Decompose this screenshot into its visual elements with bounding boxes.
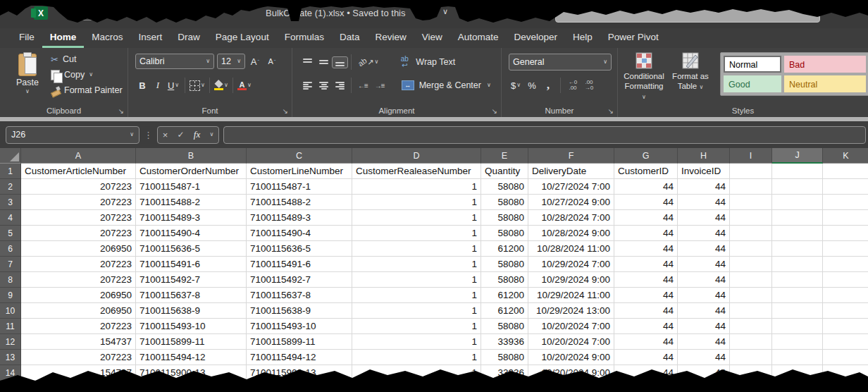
column-header-I[interactable]: I <box>730 148 772 164</box>
row-header-2[interactable]: 2 <box>0 179 21 195</box>
cell-J13[interactable] <box>772 350 823 365</box>
wrap-text-button[interactable]: ab ↩ Wrap Text <box>395 54 459 71</box>
name-box[interactable]: J26 ∨ <box>6 126 140 144</box>
cell-D1[interactable]: CustomerRealeaseNumber <box>352 164 481 179</box>
cell-C8[interactable]: 7100115492-7 <box>247 272 352 288</box>
row-header-14[interactable]: 14 <box>0 365 21 381</box>
cell-K8[interactable] <box>823 272 868 288</box>
cell-A4[interactable]: 207223 <box>21 210 136 226</box>
cell-E13[interactable]: 58080 <box>481 350 528 365</box>
cell-J5[interactable] <box>772 226 823 241</box>
menu-tab-file[interactable]: File <box>11 28 42 48</box>
cell-K1[interactable] <box>823 164 868 179</box>
cell-D3[interactable]: 1 <box>352 195 481 210</box>
row-header-12[interactable]: 12 <box>0 334 21 350</box>
cell-K4[interactable] <box>823 210 868 226</box>
cell-C10[interactable]: 7100115638-9 <box>247 303 352 319</box>
cell-G12[interactable]: 44 <box>614 334 678 350</box>
cell-J6[interactable] <box>772 241 823 257</box>
merge-center-button[interactable]: ↔ Merge & Center ∨ <box>398 78 495 92</box>
cell-style-good[interactable]: Good <box>724 75 781 92</box>
font-size-combo[interactable]: 12 ∨ <box>217 54 245 69</box>
cell-D5[interactable]: 1 <box>352 226 481 241</box>
increase-indent-button[interactable]: →≡ <box>371 80 388 92</box>
cell-C1[interactable]: CustomerLineNumber <box>247 164 352 179</box>
cell-A6[interactable]: 206950 <box>21 241 136 257</box>
cell-K6[interactable] <box>823 241 868 257</box>
decrease-decimal-button[interactable]: .00→0 <box>582 78 596 92</box>
cell-K12[interactable] <box>823 334 868 350</box>
alignment-dialog-launcher[interactable]: ↘ <box>492 107 497 115</box>
cell-J1[interactable] <box>772 164 823 179</box>
cell-J3[interactable] <box>772 195 823 210</box>
row-header-13[interactable]: 13 <box>0 350 21 365</box>
number-dialog-launcher[interactable]: ↘ <box>608 107 614 115</box>
cell-C9[interactable]: 7100115637-8 <box>247 288 352 303</box>
cell-A12[interactable]: 154737 <box>21 334 136 350</box>
cell-H2[interactable]: 44 <box>678 179 730 195</box>
cell-A13[interactable]: 207223 <box>21 350 136 365</box>
decrease-indent-button[interactable]: ←≡ <box>354 80 371 92</box>
cell-I14[interactable] <box>730 365 772 381</box>
cell-F6[interactable]: 10/28/2024 11:00 <box>528 241 614 257</box>
cell-F13[interactable]: 10/20/2024 9:00 <box>528 350 614 365</box>
cell-K14[interactable] <box>823 365 868 381</box>
cell-H13[interactable]: 44 <box>678 350 730 365</box>
menu-tab-insert[interactable]: Insert <box>131 28 170 48</box>
row-header-3[interactable]: 3 <box>0 195 21 210</box>
cell-H8[interactable]: 44 <box>678 272 730 288</box>
cell-D6[interactable]: 1 <box>352 241 481 257</box>
cell-F14[interactable]: 10/20/2024 9:00 <box>528 365 614 381</box>
cell-A9[interactable]: 206950 <box>21 288 136 303</box>
cell-G14[interactable]: 44 <box>614 365 678 381</box>
cell-G10[interactable]: 44 <box>614 303 678 319</box>
column-header-C[interactable]: C <box>247 148 352 164</box>
cell-A11[interactable]: 207223 <box>21 319 136 334</box>
cell-H6[interactable]: 44 <box>678 241 730 257</box>
insert-function-icon[interactable]: fx <box>194 129 200 140</box>
cell-I11[interactable] <box>730 319 772 334</box>
decrease-font-size-button[interactable]: Aˇ <box>265 54 279 68</box>
cell-C11[interactable]: 7100115493-10 <box>247 319 352 334</box>
percent-format-button[interactable]: % <box>525 78 539 92</box>
number-format-combo[interactable]: General ∨ <box>509 54 612 71</box>
cell-F3[interactable]: 10/27/2024 9:00 <box>528 195 614 210</box>
bottom-align-button[interactable] <box>332 56 348 68</box>
cell-F7[interactable]: 10/29/2024 7:00 <box>528 257 614 272</box>
underline-button[interactable]: U ∨ <box>166 78 180 92</box>
cell-B7[interactable]: 7100115491-6 <box>136 257 247 272</box>
cell-style-bad[interactable]: Bad <box>784 56 866 73</box>
cell-G7[interactable]: 44 <box>614 257 678 272</box>
cell-G5[interactable]: 44 <box>614 226 678 241</box>
cell-K11[interactable] <box>823 319 868 334</box>
cell-H7[interactable]: 44 <box>678 257 730 272</box>
font-name-combo[interactable]: Calibri ∨ <box>135 54 214 69</box>
row-header-10[interactable]: 10 <box>0 303 21 319</box>
cell-H3[interactable]: 44 <box>678 195 730 210</box>
cell-J14[interactable] <box>772 365 823 381</box>
cell-A14[interactable]: 154737 <box>21 365 136 381</box>
cell-B13[interactable]: 7100115494-12 <box>136 350 247 365</box>
cell-style-neutral[interactable]: Neutral <box>784 75 866 92</box>
format-as-table-button[interactable]: Format as Table ∨ <box>669 52 712 91</box>
cell-C7[interactable]: 7100115491-6 <box>247 257 352 272</box>
cell-C4[interactable]: 7100115489-3 <box>247 210 352 226</box>
cell-G4[interactable]: 44 <box>614 210 678 226</box>
cell-E3[interactable]: 58080 <box>481 195 528 210</box>
clipboard-dialog-launcher[interactable]: ↘ <box>118 107 124 115</box>
cell-H11[interactable]: 44 <box>678 319 730 334</box>
column-header-D[interactable]: D <box>352 148 481 164</box>
cell-E1[interactable]: Quantity <box>481 164 528 179</box>
cell-K9[interactable] <box>823 288 868 303</box>
cell-H14[interactable]: 44 <box>678 365 730 381</box>
menu-tab-data[interactable]: Data <box>332 28 368 48</box>
paste-button[interactable]: Paste ∨ <box>10 54 45 100</box>
cell-I4[interactable] <box>730 210 772 226</box>
cell-I9[interactable] <box>730 288 772 303</box>
align-right-button[interactable] <box>332 80 348 92</box>
cancel-icon[interactable]: × <box>163 130 168 140</box>
cell-I6[interactable] <box>730 241 772 257</box>
cell-B10[interactable]: 7100115638-9 <box>136 303 247 319</box>
row-header-6[interactable]: 6 <box>0 241 21 257</box>
cell-J8[interactable] <box>772 272 823 288</box>
